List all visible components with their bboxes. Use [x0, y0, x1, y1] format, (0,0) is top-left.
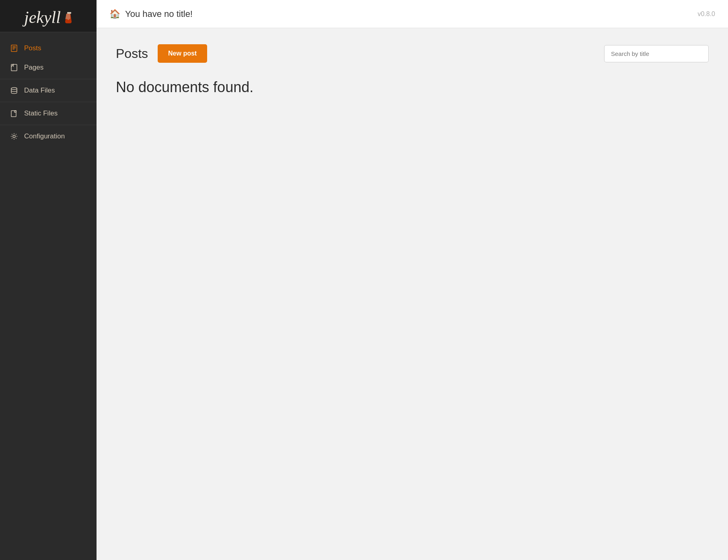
sidebar-item-data-files[interactable]: Data Files — [0, 81, 97, 100]
search-input[interactable] — [604, 45, 709, 62]
logo-area: jekyll — [0, 0, 97, 32]
main-content: 🏠 You have no title! v0.8.0 Posts New po… — [97, 0, 728, 560]
page-content: Posts New post No documents found. — [97, 28, 728, 112]
header-title-area: 🏠 You have no title! — [109, 9, 193, 19]
sidebar-item-static-files-label: Static Files — [24, 109, 58, 117]
sidebar-item-data-files-label: Data Files — [24, 86, 55, 95]
static-files-icon — [10, 109, 19, 117]
nav-divider-3 — [0, 125, 97, 125]
sidebar-item-configuration-label: Configuration — [24, 132, 65, 140]
new-post-button[interactable]: New post — [158, 44, 207, 63]
pages-icon — [10, 64, 19, 72]
posts-icon — [10, 44, 19, 52]
svg-point-7 — [11, 88, 17, 90]
sidebar-item-posts-label: Posts — [24, 44, 41, 52]
sidebar-item-pages[interactable]: Pages — [0, 58, 97, 77]
data-files-icon — [10, 86, 19, 95]
nav-divider-1 — [0, 79, 97, 79]
page-title: Posts — [116, 46, 148, 61]
top-header: 🏠 You have no title! v0.8.0 — [97, 0, 728, 28]
svg-text:jekyll: jekyll — [22, 8, 61, 27]
sidebar-item-configuration[interactable]: Configuration — [0, 127, 97, 146]
svg-point-9 — [13, 135, 15, 138]
home-icon: 🏠 — [109, 9, 120, 19]
jekyll-logo: jekyll — [22, 5, 74, 27]
nav-divider-2 — [0, 102, 97, 102]
sidebar: jekyll Posts — [0, 0, 97, 560]
svg-rect-1 — [67, 12, 71, 14]
content-header-left: Posts New post — [116, 44, 207, 63]
content-header: Posts New post — [116, 44, 709, 63]
site-title: You have no title! — [125, 9, 193, 19]
sidebar-item-static-files[interactable]: Static Files — [0, 104, 97, 123]
configuration-icon — [10, 132, 19, 140]
sidebar-item-pages-label: Pages — [24, 64, 43, 72]
sidebar-item-posts[interactable]: Posts — [0, 39, 97, 58]
svg-rect-2 — [11, 45, 17, 51]
version-badge: v0.8.0 — [697, 10, 715, 18]
empty-message: No documents found. — [116, 79, 709, 96]
sidebar-nav: Posts Pages Data Files — [0, 32, 97, 560]
svg-rect-8 — [11, 111, 16, 117]
